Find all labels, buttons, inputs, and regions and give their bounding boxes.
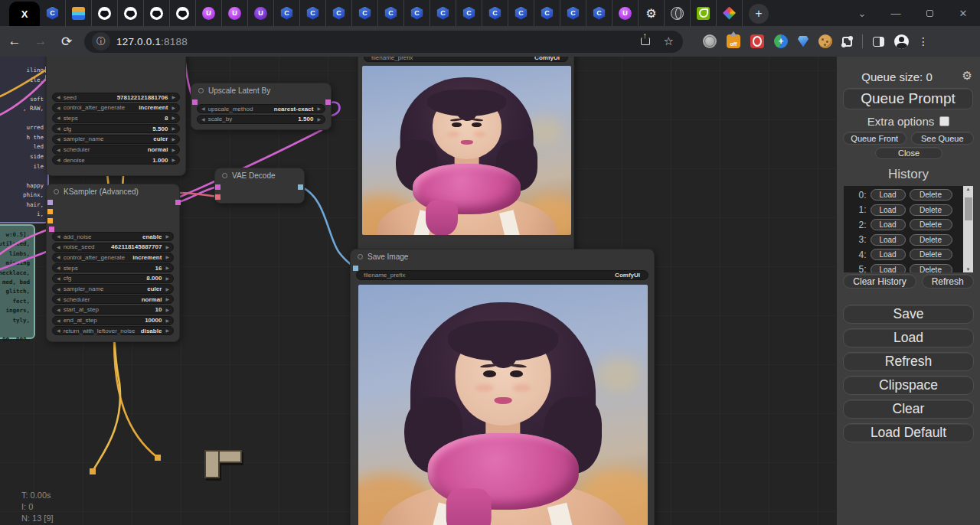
browser-tab[interactable]: [456, 0, 482, 26]
widget-right-arrow-icon[interactable]: ▶: [165, 287, 169, 292]
widget-right-arrow-icon[interactable]: ▶: [165, 308, 169, 312]
slot-latent-out[interactable]: [325, 99, 331, 105]
widget-left-arrow-icon[interactable]: ◀: [57, 287, 60, 292]
browser-tab[interactable]: [430, 0, 456, 26]
node-widget[interactable]: ◀ add_noise enable ▶: [52, 232, 174, 241]
widget-left-arrow-icon[interactable]: ◀: [57, 255, 60, 259]
menu-button[interactable]: Save: [843, 305, 974, 324]
menu-button[interactable]: Refresh: [843, 352, 974, 371]
node-widget[interactable]: ◀ cfg 5.500 ▶: [52, 124, 180, 133]
widget-left-arrow-icon[interactable]: ◀: [57, 308, 60, 312]
extension-off-badge-icon[interactable]: [727, 34, 740, 48]
browser-tab[interactable]: [144, 0, 170, 26]
widget-right-arrow-icon[interactable]: ▶: [165, 276, 169, 281]
history-load-button[interactable]: Load: [871, 249, 906, 260]
upscale-latent-node[interactable]: Upscale Latent By ◀ upscale_method neare…: [191, 83, 332, 130]
browser-tab[interactable]: [404, 0, 430, 26]
node-widget[interactable]: ◀ sampler_name euler ▶: [52, 135, 180, 144]
browser-tab[interactable]: [92, 0, 118, 26]
widget-left-arrow-icon[interactable]: ◀: [201, 117, 205, 122]
node-widget[interactable]: ◀ control_after_generate increment ▶: [52, 253, 174, 262]
ksampler-node[interactable]: ◀ seed 578122121881706 ▶ ◀ control_after…: [46, 57, 186, 176]
positive-prompt-node[interactable]: ilingile,soft, RAW,urredh theledsideileh…: [0, 57, 49, 223]
browser-tab[interactable]: [691, 0, 717, 26]
node-widget[interactable]: ◀ start_at_step 10 ▶: [52, 305, 174, 315]
extension-globe-icon[interactable]: [703, 34, 717, 48]
slot-latent[interactable]: [49, 227, 54, 232]
ksampler-advanced-node[interactable]: KSampler (Advanced) ◀ add_noise enable ▶…: [46, 184, 180, 342]
node-widget[interactable]: ◀ scheduler normal ▶: [52, 295, 174, 304]
side-panel-icon[interactable]: [873, 37, 884, 47]
node-widget[interactable]: ◀ noise_seed 462118145887707 ▶: [52, 243, 174, 252]
new-tab-button[interactable]: +: [749, 4, 769, 24]
scroll-down-icon[interactable]: ▼: [966, 267, 971, 272]
node-widget[interactable]: ◀ cfg 8.000 ▶: [52, 274, 174, 283]
widget-right-arrow-icon[interactable]: ▶: [317, 117, 321, 122]
history-load-button[interactable]: Load: [871, 204, 906, 216]
history-delete-button[interactable]: Delete: [910, 189, 952, 201]
widget-left-arrow-icon[interactable]: ◀: [57, 126, 60, 131]
settings-gear-icon[interactable]: ⚙: [962, 69, 972, 83]
reload-button[interactable]: ⟳: [55, 30, 78, 53]
widget-left-arrow-icon[interactable]: ◀: [57, 276, 60, 281]
browser-tab[interactable]: [40, 0, 66, 26]
group-corner-handle[interactable]: [204, 450, 239, 475]
browser-tab[interactable]: [665, 0, 691, 26]
saved-image-preview[interactable]: [358, 285, 648, 525]
widget-left-arrow-icon[interactable]: ◀: [57, 266, 60, 270]
widget-left-arrow-icon[interactable]: ◀: [57, 137, 60, 142]
history-load-button[interactable]: Load: [871, 234, 906, 246]
widget-left-arrow-icon[interactable]: ◀: [57, 297, 60, 302]
browser-menu-icon[interactable]: ⋮: [918, 35, 929, 47]
widget-right-arrow-icon[interactable]: ▶: [172, 137, 175, 142]
browser-tab[interactable]: [586, 0, 612, 26]
menu-button[interactable]: Clipspace: [843, 376, 974, 395]
browser-tab[interactable]: [508, 0, 534, 26]
browser-tab[interactable]: [560, 0, 586, 26]
slot-negative[interactable]: [47, 218, 53, 223]
node-widget[interactable]: ◀ steps 16 ▶: [52, 263, 174, 272]
widget-left-arrow-icon[interactable]: ◀: [57, 328, 60, 333]
extensions-puzzle-icon[interactable]: [842, 37, 852, 47]
share-icon[interactable]: [641, 38, 650, 45]
widget-right-arrow-icon[interactable]: ▶: [165, 266, 169, 270]
clear-history-button[interactable]: Clear History: [843, 274, 916, 289]
node-widget[interactable]: ◀ end_at_step 10000 ▶: [52, 316, 174, 325]
active-tab[interactable]: X: [9, 2, 40, 26]
collapse-dot-icon[interactable]: [222, 173, 227, 178]
widget-left-arrow-icon[interactable]: ◀: [57, 148, 60, 152]
widget-right-arrow-icon[interactable]: ▶: [165, 255, 169, 259]
collapse-dot-icon[interactable]: [54, 189, 59, 194]
browser-tab[interactable]: [717, 0, 743, 26]
widget-right-arrow-icon[interactable]: ▶: [165, 245, 169, 249]
widget-left-arrow-icon[interactable]: ◀: [57, 234, 60, 239]
negative-prompt-node[interactable]: w:0.5],utilated,limbs,missingnecklace,me…: [0, 224, 35, 339]
history-load-button[interactable]: Load: [871, 189, 906, 201]
node-widget[interactable]: ◀ return_with_leftover_noise disable ▶: [52, 326, 174, 335]
browser-tab[interactable]: [118, 0, 144, 26]
node-widget[interactable]: ◀ denoise 1.000 ▶: [52, 155, 180, 165]
menu-button[interactable]: Clear: [843, 399, 974, 419]
browser-menu-chevron-icon[interactable]: ⌄: [845, 0, 879, 26]
widget-left-arrow-icon[interactable]: ◀: [57, 116, 60, 120]
history-load-button[interactable]: Load: [871, 219, 906, 230]
widget-right-arrow-icon[interactable]: ▶: [165, 297, 169, 302]
node-widget[interactable]: ◀ scheduler normal ▶: [52, 145, 180, 154]
slot-samples[interactable]: [215, 184, 220, 190]
browser-tab[interactable]: [326, 0, 352, 26]
menu-button[interactable]: Load: [843, 328, 974, 347]
see-queue-button[interactable]: See Queue: [911, 132, 975, 145]
bookmark-star-icon[interactable]: ☆: [664, 34, 674, 48]
browser-tab[interactable]: [248, 0, 274, 26]
browser-tab[interactable]: [66, 0, 92, 26]
close-button[interactable]: ✕: [946, 0, 980, 26]
close-queue-button[interactable]: Close: [875, 147, 942, 159]
widget-left-arrow-icon[interactable]: ◀: [57, 158, 60, 162]
history-delete-button[interactable]: Delete: [910, 249, 952, 260]
queue-prompt-button[interactable]: Queue Prompt: [843, 88, 973, 109]
node-widget[interactable]: ◀ seed 578122121881706 ▶: [52, 93, 180, 102]
refresh-history-button[interactable]: Refresh: [922, 274, 974, 289]
slot-images-in[interactable]: [353, 266, 358, 271]
node-widget[interactable]: ◀ upscale_method nearest-exact ▶: [197, 104, 325, 113]
history-delete-button[interactable]: Delete: [910, 219, 952, 230]
